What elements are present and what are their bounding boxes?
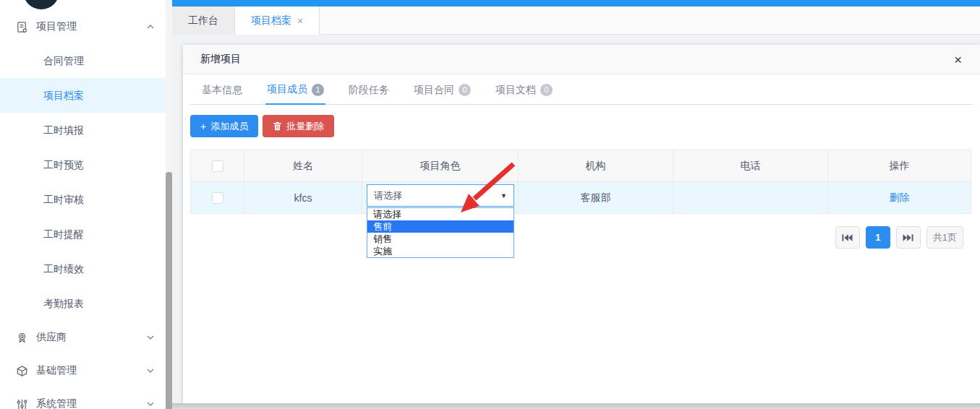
count-badge: 0 (459, 84, 471, 96)
plus-icon: + (200, 121, 206, 132)
tab-basic-info[interactable]: 基本信息 (200, 83, 244, 104)
tab-label: 项目档案 (251, 14, 291, 27)
sidebar-scrollbar-thumb[interactable] (166, 172, 172, 409)
sidebar-item-hours-performance[interactable]: 工时绩效 (0, 251, 168, 286)
panel-tabs: 基本信息 项目成员 1 阶段任务 项目合同 0 项目文档 0 (190, 74, 973, 105)
sidebar-item-hours-audit[interactable]: 工时审核 (0, 182, 168, 217)
select-value: 请选择 (374, 189, 402, 202)
sidebar-menu: 项目管理 合同管理 项目档案 工时填报 工时预览 工时审核 工时提醒 工时绩效 … (0, 10, 172, 409)
sidebar-group-project-mgmt[interactable]: 项目管理 (0, 10, 168, 43)
last-page-button[interactable] (896, 226, 921, 249)
column-header-role: 项目角色 (362, 150, 519, 182)
cell-actions: 删除 (828, 182, 971, 214)
top-accent-bar (172, 0, 980, 7)
column-header-actions: 操作 (828, 150, 971, 182)
panel-header: 新增项目 × (183, 45, 980, 74)
option-please-select[interactable]: 请选择 (367, 208, 514, 220)
tab-label: 阶段任务 (349, 84, 389, 97)
tab-phase-tasks[interactable]: 阶段任务 (347, 83, 391, 104)
pagination: 1 共1页 (830, 226, 963, 249)
horizontal-scrollbar[interactable] (172, 403, 980, 409)
table-header-row: 姓名 项目角色 机构 电话 操作 (191, 150, 971, 182)
chevron-up-icon (146, 22, 155, 31)
app-logo (23, 0, 59, 9)
batch-delete-button[interactable]: 批量删除 (263, 115, 334, 137)
row-checkbox-cell (191, 182, 244, 214)
sidebar-item-attendance-report[interactable]: 考勤报表 (0, 286, 168, 321)
sidebar-item-project-archive[interactable]: 项目档案 (0, 78, 168, 113)
sidebar-group-base-mgmt[interactable]: 基础管理 (0, 354, 168, 387)
column-header-phone: 电话 (673, 150, 828, 182)
tab-project-contract[interactable]: 项目合同 0 (412, 83, 472, 104)
chevron-down-icon (146, 400, 155, 408)
role-select-dropdown: 请选择 售前 销售 实施 (367, 207, 514, 258)
panel-title: 新增项目 (200, 53, 241, 66)
sliders-icon (16, 398, 28, 409)
page-1-button[interactable]: 1 (866, 226, 890, 249)
count-badge: 0 (540, 84, 553, 96)
role-select[interactable]: 请选择 ▼ (367, 184, 514, 207)
table-row: kfcs 客服部 删除 (191, 182, 971, 214)
chevron-down-icon (146, 366, 155, 375)
sidebar-group-label: 项目管理 (36, 20, 77, 33)
cube-icon (16, 365, 28, 377)
button-label: 添加成员 (210, 120, 248, 133)
sidebar-item-hours-remind[interactable]: 工时提醒 (0, 217, 168, 251)
delete-row-link[interactable]: 删除 (890, 191, 910, 203)
supplier-badge-icon (16, 332, 28, 344)
cell-org: 客服部 (519, 182, 673, 214)
header-checkbox-cell (191, 150, 244, 182)
total-pages-label: 共1页 (926, 226, 963, 249)
sidebar-group-system-mgmt[interactable]: 系统管理 (0, 387, 168, 409)
cell-name: kfcs (244, 182, 362, 214)
member-toolbar: + 添加成员 批量删除 (190, 115, 980, 137)
sidebar-item-hours-preview[interactable]: 工时预览 (0, 147, 168, 182)
tab-label: 项目成员 (267, 83, 307, 96)
row-checkbox[interactable] (212, 192, 223, 204)
first-page-button[interactable] (835, 226, 860, 249)
page-tabbar: 工作台 项目档案 × (172, 7, 980, 35)
sidebar-item-contract-mgmt[interactable]: 合同管理 (0, 43, 168, 78)
trash-icon (273, 121, 282, 131)
option-sales[interactable]: 销售 (367, 233, 514, 245)
sidebar-group-label: 基础管理 (36, 364, 77, 377)
button-label: 批量删除 (286, 120, 324, 133)
skip-prev-icon (842, 233, 853, 242)
count-badge: 1 (312, 84, 324, 96)
caret-down-icon: ▼ (500, 192, 507, 199)
sidebar: 项目管理 合同管理 项目档案 工时填报 工时预览 工时审核 工时提醒 工时绩效 … (0, 0, 172, 409)
column-header-org: 机构 (519, 150, 673, 182)
tab-project-members[interactable]: 项目成员 1 (265, 83, 325, 105)
tab-project-docs[interactable]: 项目文档 0 (494, 83, 554, 104)
sidebar-group-label: 系统管理 (36, 397, 77, 409)
project-doc-icon (16, 21, 28, 33)
tab-label: 工作台 (188, 14, 218, 27)
close-icon[interactable]: × (297, 15, 303, 27)
tab-project-archive[interactable]: 项目档案 × (235, 7, 320, 35)
tab-label: 基本信息 (202, 84, 242, 97)
sidebar-item-hours-fill[interactable]: 工时填报 (0, 113, 168, 147)
sidebar-group-supplier[interactable]: 供应商 (0, 321, 168, 354)
select-all-checkbox[interactable] (212, 160, 223, 172)
chevron-down-icon (146, 333, 155, 342)
new-project-panel: 新增项目 × 基本信息 项目成员 1 阶段任务 项目合同 0 项目文档 0 + … (183, 45, 980, 403)
add-member-button[interactable]: + 添加成员 (190, 115, 258, 137)
cell-phone (673, 182, 828, 214)
tab-workbench[interactable]: 工作台 (172, 7, 235, 35)
tab-label: 项目合同 (414, 84, 454, 97)
skip-next-icon (903, 233, 913, 242)
members-table: 姓名 项目角色 机构 电话 操作 kfcs 客服部 删除 (190, 150, 971, 214)
option-implementation[interactable]: 实施 (367, 245, 514, 257)
column-header-name: 姓名 (244, 150, 362, 182)
sidebar-group-label: 供应商 (36, 331, 67, 344)
tab-label: 项目文档 (495, 84, 536, 97)
close-icon[interactable]: × (954, 53, 962, 66)
option-presales[interactable]: 售前 (367, 220, 514, 233)
